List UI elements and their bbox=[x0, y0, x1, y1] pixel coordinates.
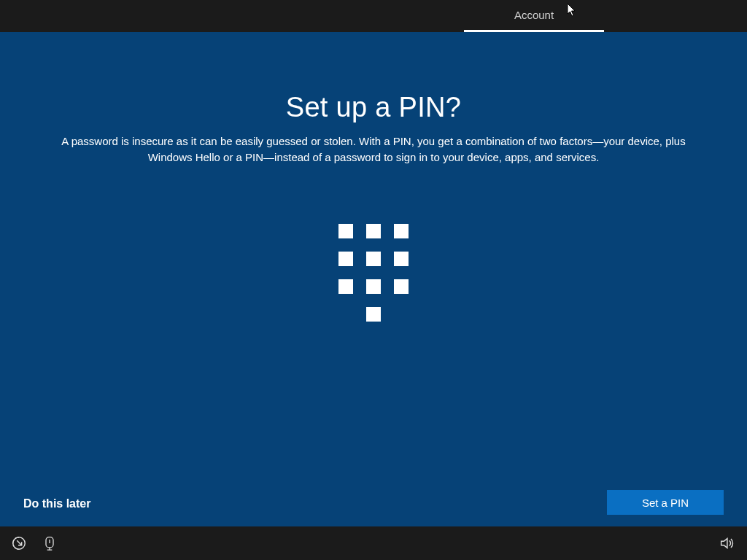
set-a-pin-button[interactable]: Set a PIN bbox=[607, 490, 724, 515]
ime-icon[interactable] bbox=[36, 526, 63, 560]
volume-icon[interactable] bbox=[713, 526, 740, 560]
ease-of-access-icon[interactable] bbox=[6, 526, 32, 560]
tab-account-label: Account bbox=[514, 9, 554, 21]
bottom-bar bbox=[0, 526, 747, 560]
do-this-later-link[interactable]: Do this later bbox=[23, 497, 90, 510]
main-content: Set up a PIN? A password is insecure as … bbox=[0, 32, 747, 526]
set-a-pin-label: Set a PIN bbox=[642, 497, 689, 509]
do-this-later-label: Do this later bbox=[23, 497, 90, 510]
page-description: A password is insecure as it can be easi… bbox=[38, 133, 709, 166]
tab-account[interactable]: Account bbox=[464, 0, 604, 32]
keypad-icon bbox=[338, 224, 409, 322]
top-bar: Account bbox=[0, 0, 747, 32]
page-title: Set up a PIN? bbox=[0, 32, 747, 123]
